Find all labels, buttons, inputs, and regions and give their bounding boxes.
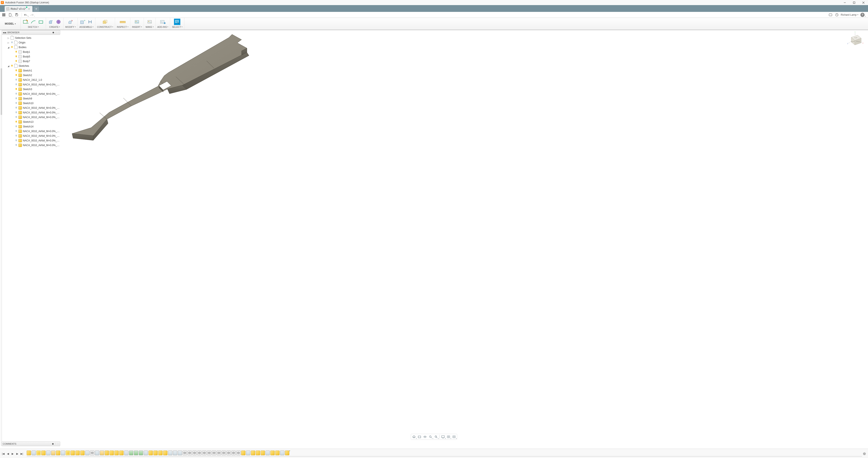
ribbon-label-addins[interactable]: ADD-INS▾ xyxy=(157,26,168,28)
timeline-feature[interactable] xyxy=(61,451,65,455)
timeline-feature[interactable] xyxy=(119,451,124,455)
user-menu[interactable]: Richard Lamp▾ xyxy=(841,13,858,16)
timeline-feature[interactable] xyxy=(212,451,216,455)
timeline-track[interactable] xyxy=(27,451,862,457)
ribbon-label-create[interactable]: CREATE▾ xyxy=(50,26,60,28)
timeline-feature[interactable] xyxy=(139,451,143,455)
press-pull-icon[interactable] xyxy=(67,19,74,25)
save-button[interactable] xyxy=(14,12,19,18)
timeline-feature[interactable] xyxy=(32,451,36,455)
create-sketch-icon[interactable]: + xyxy=(23,19,29,25)
timeline-feature[interactable] xyxy=(51,451,55,455)
fit-button[interactable]: +▾ xyxy=(434,434,439,439)
timeline-feature[interactable] xyxy=(90,451,94,455)
timeline-feature[interactable] xyxy=(27,451,31,455)
timeline-feature[interactable] xyxy=(266,451,270,455)
timeline-feature[interactable] xyxy=(280,451,284,455)
maximize-button[interactable] xyxy=(849,0,859,5)
timeline-feature[interactable] xyxy=(241,451,245,455)
display-settings-button[interactable]: ▾ xyxy=(440,434,446,439)
create-form-icon[interactable] xyxy=(55,19,62,25)
line-tool-icon[interactable] xyxy=(30,19,36,25)
timeline-feature[interactable] xyxy=(95,451,99,455)
select-tool-icon[interactable] xyxy=(174,19,180,25)
timeline-feature[interactable] xyxy=(41,451,45,455)
panel-grip-icon[interactable]: ⋮⋮ xyxy=(55,442,59,445)
viewport[interactable]: Y X Z TOP FRONT RIGHT xyxy=(0,30,868,446)
timeline-feature[interactable] xyxy=(153,451,158,455)
timeline-feature[interactable] xyxy=(149,451,153,455)
pan-button[interactable] xyxy=(423,434,428,439)
timeline-feature[interactable] xyxy=(197,451,202,455)
viewports-button[interactable]: ▾ xyxy=(452,434,457,439)
timeline-feature[interactable] xyxy=(246,451,250,455)
timeline-feature[interactable] xyxy=(270,451,275,455)
timeline-feature[interactable] xyxy=(66,451,70,455)
timeline-feature[interactable] xyxy=(70,451,75,455)
timeline-feature[interactable] xyxy=(226,451,231,455)
timeline-feature[interactable] xyxy=(231,451,236,455)
rectangle-tool-icon[interactable] xyxy=(38,19,44,25)
file-menu-button[interactable]: ▾ xyxy=(8,12,13,18)
help-button[interactable]: ?▾ xyxy=(860,12,865,18)
timeline-feature[interactable] xyxy=(129,451,133,455)
new-component-icon[interactable]: + xyxy=(80,19,86,25)
timeline-back-button[interactable]: ◀ xyxy=(6,452,10,456)
offset-plane-icon[interactable] xyxy=(102,19,108,25)
ribbon-label-modify[interactable]: MODIFY▾ xyxy=(65,26,76,28)
timeline-feature[interactable] xyxy=(192,451,197,455)
timeline-feature[interactable] xyxy=(80,451,85,455)
timeline-end-button[interactable]: ▶| xyxy=(20,452,24,456)
timeline-feature[interactable] xyxy=(188,451,192,455)
workspace-switcher[interactable]: MODEL▾ xyxy=(0,18,21,30)
timeline-feature[interactable] xyxy=(110,451,114,455)
measure-icon[interactable] xyxy=(120,19,126,25)
timeline-feature[interactable] xyxy=(85,451,89,455)
timeline-feature[interactable] xyxy=(222,451,226,455)
timeline-feature[interactable] xyxy=(46,451,51,455)
grid-settings-button[interactable]: ▾ xyxy=(446,434,451,439)
document-tab[interactable]: Ricks7 v3 v1* × xyxy=(5,6,32,12)
scripts-addins-icon[interactable]: >_ xyxy=(160,19,166,25)
timeline-feature[interactable] xyxy=(207,451,211,455)
extrude-icon[interactable] xyxy=(48,19,54,25)
ribbon-label-inspect[interactable]: INSPECT▾ xyxy=(117,26,128,28)
close-button[interactable] xyxy=(859,0,868,5)
timeline-feature[interactable] xyxy=(236,451,241,455)
timeline-feature[interactable] xyxy=(256,451,260,455)
redo-button[interactable]: ▾ xyxy=(29,12,35,18)
timeline-feature[interactable] xyxy=(261,451,265,455)
job-status-button[interactable] xyxy=(834,12,839,18)
timeline-feature[interactable] xyxy=(217,451,221,455)
timeline-play-button[interactable]: ▶ xyxy=(10,452,14,456)
zoom-button[interactable]: ▾ xyxy=(428,434,433,439)
orbit-button[interactable]: ▾ xyxy=(411,434,416,439)
joint-icon[interactable] xyxy=(87,19,93,25)
ribbon-label-construct[interactable]: CONSTRUCT▾ xyxy=(97,26,113,28)
timeline-feature[interactable] xyxy=(173,451,177,455)
timeline-feature[interactable] xyxy=(178,451,182,455)
panel-pin-icon[interactable] xyxy=(52,443,54,445)
timeline-forward-button[interactable]: ▶ xyxy=(15,452,19,456)
timeline-settings-button[interactable] xyxy=(862,452,867,456)
timeline-feature[interactable] xyxy=(158,451,162,455)
timeline-feature[interactable] xyxy=(36,451,41,455)
timeline-start-button[interactable]: |◀ xyxy=(1,452,5,456)
minimize-button[interactable] xyxy=(840,0,849,5)
new-tab-button[interactable]: + xyxy=(33,6,39,11)
timeline-feature[interactable] xyxy=(105,451,109,455)
timeline-feature[interactable] xyxy=(251,451,255,455)
undo-button[interactable]: ▾ xyxy=(23,12,28,18)
notifications-button[interactable] xyxy=(828,12,833,18)
look-at-button[interactable] xyxy=(417,434,422,439)
timeline-feature[interactable] xyxy=(163,451,167,455)
timeline-feature[interactable] xyxy=(183,451,187,455)
timeline-feature[interactable] xyxy=(124,451,128,455)
ribbon-label-make[interactable]: MAKE▾ xyxy=(146,26,154,28)
timeline-feature[interactable] xyxy=(275,451,280,455)
timeline-feature[interactable] xyxy=(100,451,104,455)
timeline-feature[interactable] xyxy=(202,451,207,455)
view-cube[interactable]: Y X Z TOP FRONT RIGHT xyxy=(846,31,864,49)
ribbon-label-assemble[interactable]: ASSEMBLE▾ xyxy=(80,26,93,28)
timeline-feature[interactable] xyxy=(56,451,60,455)
